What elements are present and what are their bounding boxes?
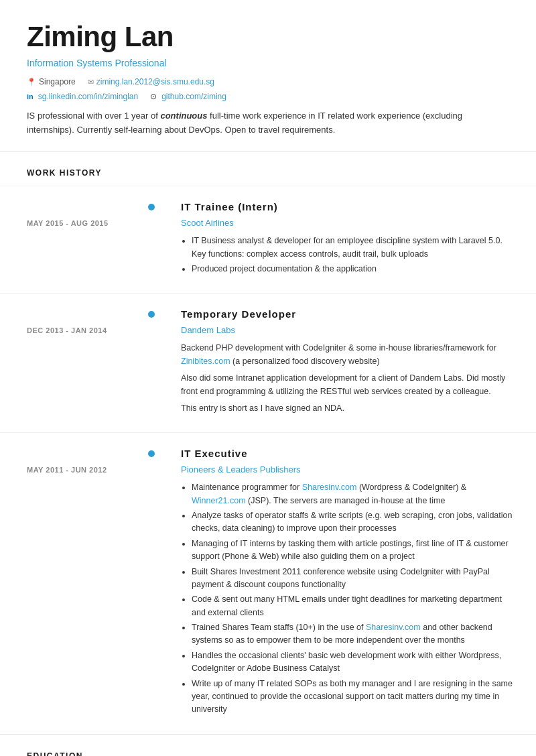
bullet-1-2: Produced project documentation & the app… <box>192 263 516 275</box>
candidate-name: Ziming Lan <box>27 21 509 52</box>
job-title-3: IT Executive <box>181 446 516 462</box>
linkedin-icon: in <box>27 91 34 103</box>
company-1: Scoot Airlines <box>181 216 516 230</box>
company-3: Pioneers & Leaders Publishers <box>181 463 516 477</box>
email-icon: ✉ <box>88 76 94 88</box>
candidate-title: Information Systems Professional <box>27 56 509 70</box>
work-section-label: WORK HISTORY <box>27 168 102 178</box>
work-date-3: MAY 2011 - JUN 2012 <box>0 446 161 720</box>
date-label-2: DEC 2013 - JAN 2014 <box>27 307 147 336</box>
job-title-1: IT Trainee (Intern) <box>181 200 516 215</box>
work-date-2: DEC 2013 - JAN 2014 <box>0 307 161 419</box>
contact-row-1: 📍 Singapore ✉ ziming.lan.2012@sis.smu.ed… <box>27 76 509 88</box>
location-icon: 📍 <box>27 76 36 88</box>
location-text: Singapore <box>39 76 76 88</box>
resume-page: Ziming Lan Information Systems Professio… <box>0 0 536 756</box>
job-bullets-1: IT Business analyst & developer for an e… <box>181 235 516 275</box>
bullet-3-3: Managing of IT interns by tasking them w… <box>192 538 516 564</box>
zinibites-link[interactable]: Zinibites.com <box>181 357 230 366</box>
github-link[interactable]: github.com/ziming <box>161 90 226 103</box>
winner21-link[interactable]: Winner21.com <box>192 496 246 505</box>
linkedin-item: in sg.linkedin.com/in/ziminglan <box>27 90 138 103</box>
company-2: Dandem Labs <box>181 324 516 337</box>
bullet-1-1: IT Business analyst & developer for an e… <box>192 235 516 261</box>
edu-section-header: EDUCATION <box>0 734 536 756</box>
work-entry-3: MAY 2011 - JUN 2012 IT Executive Pioneer… <box>0 433 536 733</box>
bullet-3-2: Analyze tasks of operator staffs & write… <box>192 509 516 536</box>
email-link[interactable]: ziming.lan.2012@sis.smu.edu.sg <box>96 76 214 88</box>
work-details-3: IT Executive Pioneers & Leaders Publishe… <box>161 446 536 720</box>
contact-row-2: in sg.linkedin.com/in/ziminglan ⊙ github… <box>27 90 509 103</box>
github-icon: ⊙ <box>150 90 157 103</box>
github-item: ⊙ github.com/ziming <box>150 90 226 103</box>
work-details-2: Temporary Developer Dandem Labs Backend … <box>161 307 536 419</box>
job-desc-2a: Backend PHP development with CodeIgniter… <box>181 342 516 368</box>
email-item: ✉ ziming.lan.2012@sis.smu.edu.sg <box>88 76 214 88</box>
job-bullets-3: Maintenance programmer for Sharesinv.com… <box>181 481 516 716</box>
edu-section-spacer <box>161 735 536 756</box>
bullet-3-8: Write up of many IT related SOPs as both… <box>192 678 516 716</box>
job-desc-2b: Also did some Intranet application devel… <box>181 372 516 398</box>
summary-text: IS professional with over 1 year of cont… <box>27 109 509 137</box>
work-entry-2: DEC 2013 - JAN 2014 Temporary Developer … <box>0 294 536 433</box>
location-item: 📍 Singapore <box>27 76 76 88</box>
job-desc-2c: This entry is short as I have signed an … <box>181 402 516 415</box>
work-section-spacer <box>161 151 536 186</box>
work-section-header: WORK HISTORY <box>0 151 536 187</box>
bullet-3-1: Maintenance programmer for Sharesinv.com… <box>192 481 516 507</box>
work-details-1: IT Trainee (Intern) Scoot Airlines IT Bu… <box>161 200 536 279</box>
bullet-3-5: Code & sent out many HTML emails under t… <box>192 593 516 619</box>
date-label-1: MAY 2015 - AUG 2015 <box>27 200 147 229</box>
work-entry-1: MAY 2015 - AUG 2015 IT Trainee (Intern) … <box>0 186 536 294</box>
work-date-1: MAY 2015 - AUG 2015 <box>0 200 161 279</box>
bullet-3-6: Trained Shares Team staffs (10+) in the … <box>192 621 516 647</box>
work-section-label-col: WORK HISTORY <box>0 151 161 186</box>
linkedin-link[interactable]: sg.linkedin.com/in/ziminglan <box>38 90 138 103</box>
sharesinv-link-1[interactable]: Sharesinv.com <box>302 483 357 492</box>
header-section: Ziming Lan Information Systems Professio… <box>0 0 536 151</box>
edu-section-label-col: EDUCATION <box>0 735 161 756</box>
edu-section-label: EDUCATION <box>27 751 83 756</box>
bullet-3-7: Handles the occasional clients' basic we… <box>192 649 516 676</box>
bullet-3-4: Built Shares Investment 2011 conference … <box>192 566 516 592</box>
job-title-2: Temporary Developer <box>181 307 516 322</box>
sharesinv-link-2[interactable]: Sharesinv.com <box>366 623 421 632</box>
date-label-3: MAY 2011 - JUN 2012 <box>27 446 147 475</box>
